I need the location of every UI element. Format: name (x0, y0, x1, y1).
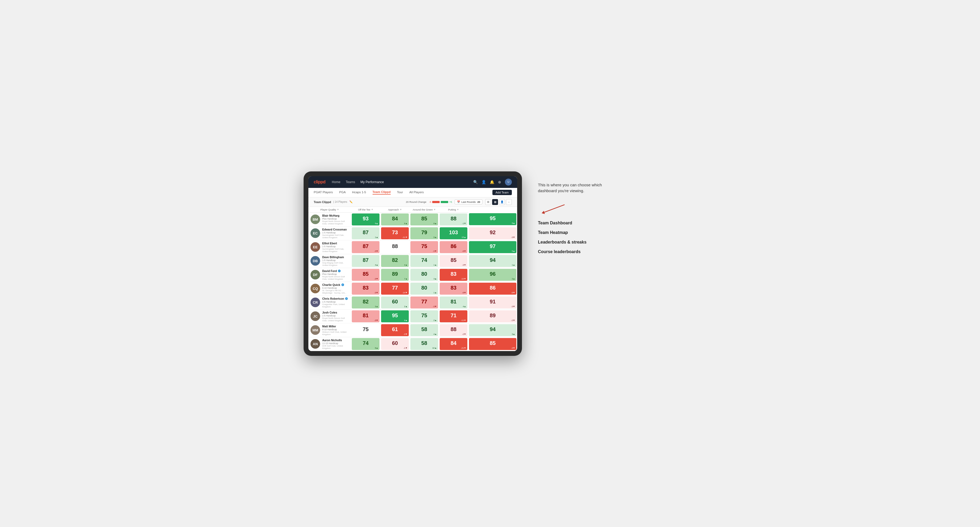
score-change: 6▲ (404, 222, 407, 225)
player-cell: DB Dave Billingham 1-5 Handicap Gog Mago… (309, 254, 351, 268)
player-handicap: 6-10 Handicap (322, 328, 349, 331)
score-cell: 75 (351, 323, 380, 337)
nav-my-performance[interactable]: My Performance (360, 180, 384, 184)
table-row[interactable]: AN Aaron Nicholls 11-15 Handicap Drift G… (309, 337, 517, 351)
table-row[interactable]: DF David Ford ✓ Plus Handicap Royal Nort… (309, 268, 517, 282)
score-change: -6▼ (462, 250, 466, 252)
nav-teams[interactable]: Teams (346, 180, 355, 184)
col-header-putting: Putting ▼ (439, 207, 468, 213)
tab-team-clippd[interactable]: Team Clippd (372, 190, 391, 195)
player-details: Aaron Nicholls 11-15 Handicap Drift Golf… (322, 338, 349, 349)
settings-icon[interactable]: ⊕ (498, 180, 501, 184)
score-cell: 60 -1▼ (380, 337, 410, 351)
table-row[interactable]: CR Chris Robertson ✓ 1-5 Handicap Craigm… (309, 295, 517, 309)
player-cell: CR Chris Robertson ✓ 1-5 Handicap Craigm… (309, 295, 351, 309)
tab-pgat[interactable]: PGAT Players (314, 190, 333, 194)
player-avatar: EC (310, 229, 320, 238)
last-rounds-button[interactable]: 📅 Last Rounds: 20 (455, 199, 482, 205)
score-change: -2▼ (462, 333, 466, 335)
tab-all-players[interactable]: All Players (409, 190, 424, 194)
table-row[interactable]: MM Matt Miller 6-10 Handicap Woburn Golf… (309, 323, 517, 337)
download-view-button[interactable]: ↓ (506, 199, 512, 205)
score-change: -10▼ (461, 278, 466, 280)
score-value: 83 (363, 285, 369, 290)
player-handicap: 11-15 Handicap (322, 342, 349, 344)
bar-negative (432, 201, 440, 203)
score-cell: 88 (380, 240, 410, 254)
table-row[interactable]: JC Josh Coles 1-5 Handicap Royal North D… (309, 309, 517, 323)
col-putting-label: Putting (448, 208, 456, 211)
search-icon[interactable]: 🔍 (473, 180, 478, 184)
score-cell: 58 10▲ (410, 337, 439, 351)
table-row[interactable]: EC Edward Crossman 1-5 Handicap Sunningd… (309, 226, 517, 240)
sub-nav-right: Add Team (492, 190, 512, 195)
score-change: -14▼ (402, 291, 407, 294)
player-name: Matt Miller (322, 325, 349, 328)
score-change: -3▼ (433, 305, 437, 308)
player-details: Charlie Quick ✓ 6-10 Handicap St. George… (322, 283, 349, 294)
score-value: 89 (490, 313, 496, 318)
score-change: -21▼ (461, 347, 466, 349)
score-cell: 60 2▲ (380, 295, 410, 309)
score-cell: 84 6▲ (380, 213, 410, 226)
score-cell: 89 -2▼ (468, 309, 517, 323)
player-name: Chris Robertson ✓ (322, 297, 349, 300)
score-value: 61 (392, 326, 398, 332)
tab-tour[interactable]: Tour (397, 190, 403, 194)
sort-around-icon[interactable]: ▼ (434, 208, 436, 211)
player-handicap: Plus Handicap (322, 273, 349, 275)
player-info: MM Matt Miller 6-10 Handicap Woburn Golf… (309, 324, 350, 336)
dashboard-list-item: Team Heatmap (538, 230, 618, 235)
score-value: 71 (450, 313, 457, 318)
score-change: -1▼ (403, 347, 407, 349)
score-value: 95 (392, 313, 398, 318)
table-row[interactable]: CQ Charlie Quick ✓ 6-10 Handicap St. Geo… (309, 282, 517, 295)
score-cell: 88 -2▼ (439, 323, 468, 337)
last-rounds-label: Last Rounds: (461, 200, 476, 203)
last-rounds-value: 20 (477, 200, 480, 203)
annotation-area: This is where you can choose which dashb… (538, 171, 618, 254)
player-cell: CQ Charlie Quick ✓ 6-10 Handicap St. Geo… (309, 282, 351, 295)
score-value: 88 (450, 326, 457, 332)
score-value: 85 (490, 340, 496, 346)
sort-putting-icon[interactable]: ▼ (457, 208, 459, 211)
sort-offtee-icon[interactable]: ▼ (371, 208, 373, 211)
score-change: 9▲ (375, 222, 378, 225)
team-header-right: 20 Round Change -5 +5 📅 Last Rounds: 20 … (406, 199, 512, 205)
table-row[interactable]: DB Dave Billingham 1-5 Handicap Gog Mago… (309, 254, 517, 268)
sort-player-icon[interactable]: ▼ (337, 208, 339, 211)
player-handicap: 1-5 Handicap (322, 300, 349, 303)
grid-view-button[interactable]: ⊞ (485, 199, 491, 205)
score-value: 74 (363, 340, 369, 346)
heatmap-view-button[interactable]: ▦ (492, 199, 498, 205)
edit-icon[interactable]: ✏️ (349, 200, 353, 203)
score-change: -3▼ (374, 278, 378, 280)
tab-hcaps[interactable]: Hcaps 1-5 (352, 190, 366, 194)
nav-items: Home Teams My Performance (332, 180, 384, 184)
score-cell: 86 -8▼ (468, 282, 517, 295)
player-cell: JC Josh Coles 1-5 Handicap Royal North D… (309, 309, 351, 323)
score-value: 93 (363, 216, 369, 221)
change-pos: +5 (449, 201, 452, 203)
table-row[interactable]: EE Elliot Ebert 1-5 Handicap Sunningdale… (309, 240, 517, 254)
person-view-button[interactable]: 👤 (499, 199, 505, 205)
score-change: 9▲ (512, 222, 515, 224)
score-change: -3▼ (374, 250, 378, 252)
score-change: 5▲ (512, 250, 515, 252)
score-cell: 85 8▲ (410, 213, 439, 226)
user-icon[interactable]: 👤 (482, 180, 486, 184)
avatar[interactable]: U (505, 179, 512, 186)
tab-pga[interactable]: PGA (339, 190, 346, 194)
score-value: 91 (490, 298, 496, 305)
player-handicap: 6-10 Handicap (322, 287, 349, 289)
score-value: 95 (490, 215, 496, 221)
score-change: 2▲ (434, 319, 437, 322)
add-team-button[interactable]: Add Team (492, 190, 512, 195)
sort-approach-icon[interactable]: ▼ (400, 208, 402, 211)
player-details: Matt Miller 6-10 Handicap Woburn Golf Cl… (322, 325, 349, 336)
score-change: 1▲ (512, 264, 515, 266)
player-details: Blair McHarg Plus Handicap Royal North D… (322, 214, 349, 225)
bell-icon[interactable]: 🔔 (490, 180, 494, 184)
table-row[interactable]: BM Blair McHarg Plus Handicap Royal Nort… (309, 213, 517, 226)
nav-home[interactable]: Home (332, 180, 340, 184)
